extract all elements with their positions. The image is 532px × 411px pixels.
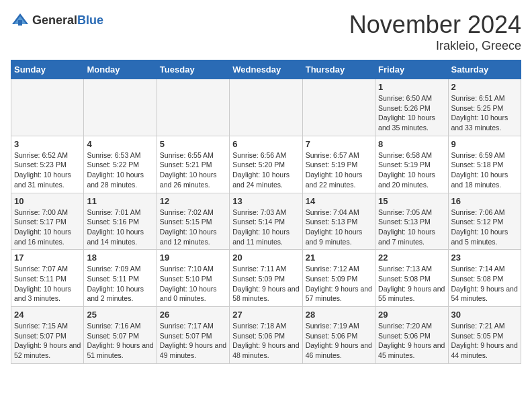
day-number: 6 — [232, 139, 299, 149]
day-info: Sunrise: 7:14 AM Sunset: 5:08 PM Dayligh… — [451, 264, 518, 304]
day-info: Sunrise: 7:19 AM Sunset: 5:06 PM Dayligh… — [306, 321, 372, 361]
day-info: Sunrise: 7:07 AM Sunset: 5:11 PM Dayligh… — [14, 264, 81, 304]
calendar-cell: 16Sunrise: 7:06 AM Sunset: 5:12 PM Dayli… — [448, 193, 521, 250]
day-of-week-header: Sunday — [11, 60, 84, 79]
title-block: November 2024 Irakleio, Greece — [349, 11, 521, 53]
day-of-week-header: Friday — [375, 60, 448, 79]
calendar-cell: 17Sunrise: 7:07 AM Sunset: 5:11 PM Dayli… — [11, 250, 84, 307]
day-info: Sunrise: 7:16 AM Sunset: 5:07 PM Dayligh… — [87, 321, 153, 361]
day-number: 27 — [232, 310, 299, 320]
calendar-cell: 24Sunrise: 7:15 AM Sunset: 5:07 PM Dayli… — [11, 307, 84, 364]
calendar-cell: 7Sunrise: 6:57 AM Sunset: 5:19 PM Daylig… — [302, 136, 375, 193]
day-number: 14 — [306, 196, 372, 206]
day-info: Sunrise: 7:01 AM Sunset: 5:16 PM Dayligh… — [87, 208, 153, 247]
calendar-cell: 18Sunrise: 7:09 AM Sunset: 5:11 PM Dayli… — [84, 250, 157, 307]
day-number: 25 — [87, 310, 153, 320]
calendar-cell — [157, 79, 229, 136]
day-info: Sunrise: 7:12 AM Sunset: 5:09 PM Dayligh… — [306, 264, 372, 304]
calendar-cell: 27Sunrise: 7:18 AM Sunset: 5:06 PM Dayli… — [230, 307, 302, 364]
day-info: Sunrise: 7:20 AM Sunset: 5:06 PM Dayligh… — [378, 321, 445, 361]
calendar-header: SundayMondayTuesdayWednesdayThursdayFrid… — [11, 60, 521, 79]
calendar-cell — [84, 79, 157, 136]
day-number: 30 — [451, 310, 518, 320]
day-info: Sunrise: 7:03 AM Sunset: 5:14 PM Dayligh… — [232, 208, 299, 247]
day-info: Sunrise: 6:57 AM Sunset: 5:19 PM Dayligh… — [306, 150, 372, 190]
calendar-cell: 29Sunrise: 7:20 AM Sunset: 5:06 PM Dayli… — [375, 307, 448, 364]
day-info: Sunrise: 7:05 AM Sunset: 5:13 PM Dayligh… — [378, 208, 445, 247]
day-info: Sunrise: 7:15 AM Sunset: 5:07 PM Dayligh… — [14, 321, 81, 361]
calendar-cell: 20Sunrise: 7:11 AM Sunset: 5:09 PM Dayli… — [230, 250, 302, 307]
day-number: 21 — [306, 253, 372, 263]
day-number: 16 — [451, 196, 518, 206]
calendar-week-row: 17Sunrise: 7:07 AM Sunset: 5:11 PM Dayli… — [11, 250, 521, 307]
day-info: Sunrise: 7:06 AM Sunset: 5:12 PM Dayligh… — [451, 208, 518, 247]
svg-rect-3 — [18, 20, 22, 26]
day-info: Sunrise: 6:50 AM Sunset: 5:26 PM Dayligh… — [378, 93, 445, 133]
calendar-cell: 9Sunrise: 6:59 AM Sunset: 5:18 PM Daylig… — [448, 136, 521, 193]
calendar-cell: 3Sunrise: 6:52 AM Sunset: 5:23 PM Daylig… — [11, 136, 84, 193]
day-info: Sunrise: 7:02 AM Sunset: 5:15 PM Dayligh… — [160, 208, 226, 247]
logo: GeneralBlue — [11, 11, 103, 30]
day-of-week-header: Wednesday — [230, 60, 302, 79]
logo-icon — [11, 11, 30, 30]
day-number: 11 — [87, 196, 153, 206]
day-info: Sunrise: 7:09 AM Sunset: 5:11 PM Dayligh… — [87, 264, 153, 304]
calendar-week-row: 1Sunrise: 6:50 AM Sunset: 5:26 PM Daylig… — [11, 79, 521, 136]
calendar-table: SundayMondayTuesdayWednesdayThursdayFrid… — [11, 60, 521, 364]
calendar-body: 1Sunrise: 6:50 AM Sunset: 5:26 PM Daylig… — [11, 79, 521, 364]
day-number: 13 — [232, 196, 299, 206]
day-number: 8 — [378, 139, 445, 149]
day-of-week-header: Thursday — [302, 60, 375, 79]
day-number: 29 — [378, 310, 445, 320]
calendar-cell: 21Sunrise: 7:12 AM Sunset: 5:09 PM Dayli… — [302, 250, 375, 307]
day-of-week-header: Tuesday — [157, 60, 229, 79]
day-number: 10 — [14, 196, 81, 206]
calendar-cell: 30Sunrise: 7:21 AM Sunset: 5:05 PM Dayli… — [448, 307, 521, 364]
calendar-cell: 22Sunrise: 7:13 AM Sunset: 5:08 PM Dayli… — [375, 250, 448, 307]
calendar-cell — [11, 79, 84, 136]
calendar-cell: 25Sunrise: 7:16 AM Sunset: 5:07 PM Dayli… — [84, 307, 157, 364]
day-info: Sunrise: 7:00 AM Sunset: 5:17 PM Dayligh… — [14, 208, 81, 247]
location: Irakleio, Greece — [349, 39, 521, 53]
day-info: Sunrise: 6:58 AM Sunset: 5:19 PM Dayligh… — [378, 150, 445, 190]
calendar-cell: 5Sunrise: 6:55 AM Sunset: 5:21 PM Daylig… — [157, 136, 229, 193]
day-info: Sunrise: 7:04 AM Sunset: 5:13 PM Dayligh… — [306, 208, 372, 247]
day-info: Sunrise: 6:53 AM Sunset: 5:22 PM Dayligh… — [87, 150, 153, 190]
header-row: SundayMondayTuesdayWednesdayThursdayFrid… — [11, 60, 521, 79]
calendar-cell: 15Sunrise: 7:05 AM Sunset: 5:13 PM Dayli… — [375, 193, 448, 250]
logo-text: GeneralBlue — [32, 13, 103, 28]
day-info: Sunrise: 7:13 AM Sunset: 5:08 PM Dayligh… — [378, 264, 445, 304]
day-number: 19 — [160, 253, 226, 263]
page-header: GeneralBlue November 2024 Irakleio, Gree… — [11, 11, 521, 53]
day-info: Sunrise: 7:11 AM Sunset: 5:09 PM Dayligh… — [232, 264, 299, 304]
calendar-cell: 23Sunrise: 7:14 AM Sunset: 5:08 PM Dayli… — [448, 250, 521, 307]
day-info: Sunrise: 7:21 AM Sunset: 5:05 PM Dayligh… — [451, 321, 518, 361]
day-number: 1 — [378, 82, 445, 92]
calendar-cell: 19Sunrise: 7:10 AM Sunset: 5:10 PM Dayli… — [157, 250, 229, 307]
day-info: Sunrise: 7:17 AM Sunset: 5:07 PM Dayligh… — [160, 321, 226, 361]
day-number: 15 — [378, 196, 445, 206]
calendar-cell: 6Sunrise: 6:56 AM Sunset: 5:20 PM Daylig… — [230, 136, 302, 193]
day-info: Sunrise: 7:18 AM Sunset: 5:06 PM Dayligh… — [232, 321, 299, 361]
day-number: 4 — [87, 139, 153, 149]
month-title: November 2024 — [349, 11, 521, 39]
day-number: 17 — [14, 253, 81, 263]
logo-general: General — [32, 13, 77, 27]
logo-blue: Blue — [77, 13, 103, 27]
day-info: Sunrise: 6:55 AM Sunset: 5:21 PM Dayligh… — [160, 150, 226, 190]
calendar-week-row: 3Sunrise: 6:52 AM Sunset: 5:23 PM Daylig… — [11, 136, 521, 193]
calendar-cell: 11Sunrise: 7:01 AM Sunset: 5:16 PM Dayli… — [84, 193, 157, 250]
calendar-week-row: 24Sunrise: 7:15 AM Sunset: 5:07 PM Dayli… — [11, 307, 521, 364]
day-number: 28 — [306, 310, 372, 320]
calendar-cell: 26Sunrise: 7:17 AM Sunset: 5:07 PM Dayli… — [157, 307, 229, 364]
calendar-cell — [230, 79, 302, 136]
day-of-week-header: Monday — [84, 60, 157, 79]
day-of-week-header: Saturday — [448, 60, 521, 79]
day-number: 7 — [306, 139, 372, 149]
calendar-cell: 14Sunrise: 7:04 AM Sunset: 5:13 PM Dayli… — [302, 193, 375, 250]
day-number: 18 — [87, 253, 153, 263]
calendar-cell: 1Sunrise: 6:50 AM Sunset: 5:26 PM Daylig… — [375, 79, 448, 136]
day-info: Sunrise: 6:52 AM Sunset: 5:23 PM Dayligh… — [14, 150, 81, 190]
day-number: 20 — [232, 253, 299, 263]
calendar-cell: 10Sunrise: 7:00 AM Sunset: 5:17 PM Dayli… — [11, 193, 84, 250]
